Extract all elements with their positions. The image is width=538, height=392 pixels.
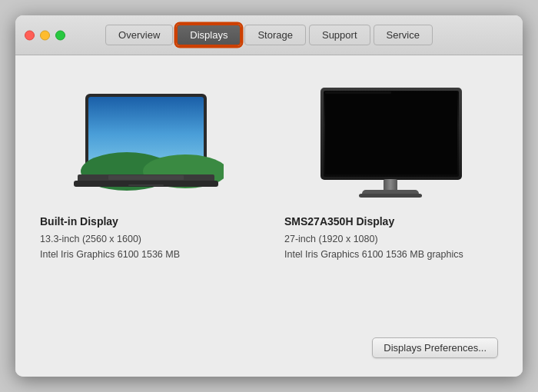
laptop-icon [70,88,224,203]
tab-service[interactable]: Service [374,25,433,45]
builtin-display-detail1: 13.3-inch (2560 x 1600) [40,231,141,247]
maximize-button[interactable] [55,30,65,40]
tab-bar: Overview Displays Storage Support Servic… [25,24,513,46]
builtin-display-item: Built-in Display 13.3-inch (2560 x 1600)… [40,80,254,330]
external-display-detail2: Intel Iris Graphics 6100 1536 MB graphic… [284,247,463,262]
traffic-lights [25,30,65,40]
footer: Displays Preferences... [40,330,498,361]
external-display-item: SMS27A350H Display 27-inch (1920 x 1080)… [284,80,498,330]
svg-rect-11 [325,91,457,174]
svg-rect-8 [128,184,164,186]
svg-rect-13 [384,179,397,191]
tab-storage[interactable]: Storage [244,25,306,45]
builtin-display-title: Built-in Display [40,215,118,228]
minimize-button[interactable] [40,30,50,40]
tab-support[interactable]: Support [309,25,370,45]
displays-preferences-button[interactable]: Displays Preferences... [372,337,498,358]
tab-displays[interactable]: Displays [176,24,241,46]
external-display-detail1: 27-inch (1920 x 1080) [284,231,378,247]
tab-overview[interactable]: Overview [105,25,173,45]
svg-rect-7 [108,175,184,180]
external-display-title: SMS27A350H Display [284,215,394,228]
content-area: Built-in Display 13.3-inch (2560 x 1600)… [15,55,523,377]
svg-rect-12 [325,91,391,94]
main-window: Overview Displays Storage Support Servic… [15,15,523,377]
displays-grid: Built-in Display 13.3-inch (2560 x 1600)… [40,74,498,330]
builtin-display-detail2: Intel Iris Graphics 6100 1536 MB [40,247,180,262]
monitor-icon [314,84,468,203]
builtin-display-image [40,80,254,203]
svg-rect-15 [359,194,422,198]
titlebar: Overview Displays Storage Support Servic… [15,15,523,55]
external-display-image [284,80,498,203]
close-button[interactable] [25,30,35,40]
